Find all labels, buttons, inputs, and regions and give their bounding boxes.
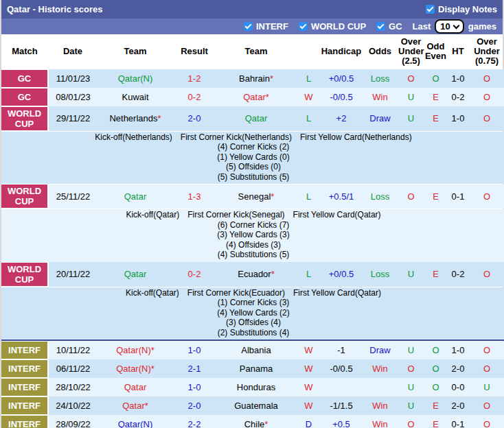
result-cell: 0-2 xyxy=(173,88,216,106)
table-row: INTERF24/10/22Qatar*2-0GuatemalaW-1/1.5W… xyxy=(1,396,504,415)
wl-cell: L xyxy=(297,106,321,131)
handicap-cell: +0.5 xyxy=(321,415,362,428)
ht-cell: 1-0 xyxy=(448,69,468,88)
note-line: (2) Substitutions (4) xyxy=(1,328,504,338)
notes-header-line: Kick-off(Qatar)First Corner Kick(Senegal… xyxy=(1,210,504,220)
filter-gc[interactable]: GC xyxy=(376,21,402,32)
wl-cell: W xyxy=(297,378,321,396)
home-team-cell: Qatar xyxy=(98,378,173,396)
star-marker: * xyxy=(264,419,268,428)
handicap-cell: +0/0.5 xyxy=(321,262,362,287)
title-bar: Qatar - Historic scores Display Notes xyxy=(1,0,503,19)
display-notes-toggle[interactable]: Display Notes xyxy=(426,4,497,14)
notes-header-line: Kick-off(Qatar)First Corner Kick(Ecuador… xyxy=(1,288,504,298)
star-marker: * xyxy=(151,364,154,374)
odd-even-cell: E xyxy=(424,396,448,415)
world-cup-checkbox-icon[interactable] xyxy=(299,22,308,31)
handicap-cell: -0/0.5 xyxy=(321,88,362,106)
notes-header-item: First Yellow Card(Netherlands) xyxy=(300,132,412,142)
odd-even-cell: E xyxy=(424,106,448,131)
odds-cell: Win xyxy=(362,88,398,106)
star-marker: * xyxy=(151,345,154,355)
over-under-25-cell: O xyxy=(398,359,424,378)
last-label: Last xyxy=(413,21,431,32)
table-row: INTERF28/09/22Qatar(N)2-2Chile*D+0.5WinO… xyxy=(1,415,504,428)
page-title: Qatar - Historic scores xyxy=(7,4,102,14)
header-match: Match xyxy=(1,34,48,69)
filter-world-cup[interactable]: WORLD CUP xyxy=(299,21,366,32)
handicap-cell: -1/1.5 xyxy=(321,396,362,415)
team-name: Senegal xyxy=(238,191,271,202)
last-games-select[interactable]: 10 xyxy=(435,19,463,34)
note-line: (4) Corner Kicks (2) xyxy=(1,142,504,152)
filter-world-cup-label: WORLD CUP xyxy=(311,21,366,32)
wl-cell: W xyxy=(297,396,321,415)
header-wl xyxy=(297,34,321,69)
away-team-cell: Panama xyxy=(216,359,297,378)
header-home-team: Team xyxy=(98,34,173,69)
ht-cell: 0-1 xyxy=(448,185,468,209)
notes-row: Kick-off(Qatar)First Corner Kick(Senegal… xyxy=(1,209,504,262)
odds-cell: Win xyxy=(362,396,398,415)
match-type-badge: INTERF xyxy=(1,378,48,396)
filter-bar: INTERF WORLD CUP GC Last 10 games xyxy=(1,19,503,34)
date-cell: 20/11/22 xyxy=(48,262,98,287)
handicap-cell: +0.5/1 xyxy=(321,185,362,209)
header-odds: Odds xyxy=(362,34,398,69)
over-under-25-cell: O xyxy=(398,69,424,88)
over-under-075-cell: O xyxy=(468,106,504,131)
last-games-group: Last 10 games xyxy=(413,19,496,34)
away-team-cell: Qatar* xyxy=(216,88,297,106)
gc-checkbox-icon[interactable] xyxy=(376,22,385,31)
over-under-075-cell: O xyxy=(468,88,504,106)
over-under-075-cell: O xyxy=(468,262,504,287)
notes-header-item: Kick-off(Qatar) xyxy=(126,210,179,219)
ht-cell: 0-2 xyxy=(448,262,468,287)
notes-header-item: First Corner Kick(Netherlands) xyxy=(181,132,292,142)
display-notes-checkbox-icon[interactable] xyxy=(426,5,435,14)
odds-cell: Loss xyxy=(362,262,398,287)
filter-interf[interactable]: INTERF xyxy=(244,21,288,32)
wl-cell: L xyxy=(297,185,321,209)
odd-even-cell: O xyxy=(424,378,448,396)
table-row: INTERF28/10/22Qatar1-0HondurasWUO0-0U xyxy=(1,378,504,396)
table-row: INTERF06/11/22Qatar(N)*2-1PanamaW-0/0.5W… xyxy=(1,359,504,378)
header-odd-even: Odd Even xyxy=(424,34,448,69)
notes-header-item: First Corner Kick(Senegal) xyxy=(187,210,284,219)
header-away-team: Team xyxy=(216,34,297,69)
header-ht: HT xyxy=(448,34,468,69)
team-name: Qatar xyxy=(122,401,145,411)
date-cell: 06/11/22 xyxy=(48,359,98,378)
team-name: Qatar(N) xyxy=(116,364,151,374)
notes-row: Kick-off(Qatar)First Corner Kick(Ecuador… xyxy=(1,287,504,340)
table-row: INTERF10/11/22Qatar(N)*1-0AlbaniaW-1Draw… xyxy=(1,342,504,360)
odd-even-cell: E xyxy=(424,88,448,106)
interf-checkbox-icon[interactable] xyxy=(244,22,253,31)
odds-cell: Loss xyxy=(362,185,398,209)
odds-cell: Draw xyxy=(362,342,398,360)
wl-cell: L xyxy=(297,69,321,88)
odd-even-cell: O xyxy=(424,342,448,360)
result-cell: 0-2 xyxy=(173,262,216,287)
over-under-25-cell: U xyxy=(398,88,424,106)
team-name: Guatemala xyxy=(234,401,278,411)
over-under-075-cell: O xyxy=(468,415,504,428)
over-under-075-cell: U xyxy=(468,378,504,396)
match-type-badge: GC xyxy=(1,88,48,106)
over-under-25-cell: U xyxy=(398,396,424,415)
ht-cell: 1-0 xyxy=(448,106,468,131)
date-cell: 11/01/23 xyxy=(48,69,98,88)
away-team-cell: Qatar xyxy=(216,106,297,131)
home-team-cell: Netherlands* xyxy=(98,106,173,131)
match-type-badge: INTERF xyxy=(1,415,48,428)
star-marker: * xyxy=(271,269,275,279)
odd-even-cell: E xyxy=(424,262,448,287)
over-under-25-cell: U xyxy=(398,342,424,360)
star-marker: * xyxy=(145,401,148,411)
over-under-25-cell: U xyxy=(398,378,424,396)
result-cell: 1-0 xyxy=(173,378,216,396)
star-marker: * xyxy=(271,191,274,202)
odd-even-cell: E xyxy=(424,185,448,209)
odds-cell: Loss xyxy=(362,69,398,88)
note-line: (3) Yellow Cards (3) xyxy=(1,230,504,240)
